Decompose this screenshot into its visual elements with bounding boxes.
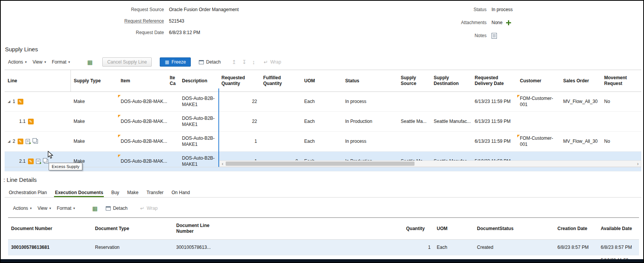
wrap-button[interactable]: Wrap	[140, 206, 157, 211]
scroll-right-icon[interactable]	[635, 161, 641, 167]
tab-buy[interactable]: Buy	[110, 190, 120, 198]
cell-item: DOS-Auto-B2B-MAK...	[118, 152, 169, 172]
cell-sales-order	[560, 112, 601, 132]
export-to-excel-icon[interactable]	[87, 59, 93, 65]
excess-supply-icon[interactable]	[34, 139, 38, 144]
col-sales-order[interactable]: Sales Order	[560, 70, 601, 92]
view-menu[interactable]: View	[38, 206, 51, 211]
cell-supply-destination: Seattle Manufac...	[431, 112, 472, 132]
col-item[interactable]: Item	[118, 70, 169, 92]
col-requested-quantity[interactable]: Requested Quantity	[218, 70, 260, 92]
format-menu[interactable]: Format	[52, 59, 70, 65]
status-value: In process	[492, 7, 513, 12]
request-summary-left: Request Source Oracle Fusion Order Manag…	[47, 6, 239, 41]
cancel-supply-line-button[interactable]: Cancel Supply Line	[102, 57, 152, 67]
move-to-bottom-icon[interactable]	[242, 59, 247, 65]
reorder-icon[interactable]	[252, 59, 255, 65]
view-menu[interactable]: View	[33, 59, 46, 65]
detach-label: Detach	[206, 59, 221, 65]
cell-uom: Each	[301, 132, 342, 152]
detach-button[interactable]: Detach	[106, 206, 128, 211]
col-movement-request[interactable]: Movement Request	[601, 70, 641, 92]
col-line[interactable]: Line	[5, 70, 70, 92]
horizontal-scrollbar[interactable]	[219, 160, 641, 167]
col-supply-destination[interactable]: Supply Destination	[431, 70, 472, 92]
supply-line-row-2[interactable]: 2 Make DOS-Auto-B2B-MAK... DOS-Auto-B2B-…	[5, 132, 641, 152]
cell-item-category	[169, 92, 179, 112]
collapse-toggle-icon[interactable]	[8, 100, 10, 103]
excess-supply-icon[interactable]	[44, 159, 48, 163]
cell-available-date: 6/8/23 8:57 PM	[598, 240, 639, 255]
col-available-date[interactable]: Available Date	[598, 218, 639, 240]
supply-orchestration-window: Request Source Oracle Fusion Order Manag…	[0, 0, 644, 263]
col-document-line-number[interactable]: Document Line Number	[173, 218, 403, 240]
execution-documents-table: Document Number Document Type Document L…	[8, 217, 639, 263]
col-description[interactable]: Description	[179, 70, 218, 92]
mouse-cursor	[48, 151, 53, 159]
col-quantity[interactable]: Quantity	[403, 218, 434, 240]
tab-orchestration-plan[interactable]: Orchestration Plan	[8, 190, 48, 198]
col-document-status[interactable]: DocumentStatus	[474, 218, 554, 240]
scroll-left-icon[interactable]	[220, 161, 226, 167]
tab-make[interactable]: Make	[126, 190, 139, 198]
caret-down-icon	[25, 60, 27, 64]
cell-status: In process	[342, 92, 398, 112]
format-menu-label: Format	[57, 206, 71, 211]
col-creation-date[interactable]: Creation Date	[554, 218, 598, 240]
scrollbar-thumb[interactable]	[226, 162, 415, 166]
export-to-excel-icon[interactable]	[92, 206, 98, 211]
move-to-top-icon[interactable]	[232, 59, 236, 65]
supply-document-icon[interactable]	[26, 139, 30, 144]
supply-line-row-1[interactable]: 1 Make DOS-Auto-B2B-MAK... DOS-Auto-B2B-…	[5, 92, 641, 112]
actions-menu[interactable]: Actions	[8, 59, 27, 65]
cell-document-status: Created	[474, 240, 554, 255]
execution-document-row-1[interactable]: 300100578613681 Reservation 300100578613…	[8, 240, 639, 255]
actions-menu[interactable]: Actions	[13, 206, 32, 211]
cell-fulfilled-quantity	[260, 132, 301, 152]
cell-sales-order: MV_Flow_All_30	[560, 92, 601, 112]
cell-supply-type: Make	[70, 132, 118, 152]
edit-icon[interactable]	[28, 119, 34, 124]
cell-movement-request: No	[601, 92, 641, 112]
notes-icon[interactable]	[492, 33, 497, 39]
cell-supply-source: Seattle Ma...	[398, 112, 431, 132]
format-menu[interactable]: Format	[57, 206, 75, 211]
cell-item: DOS-Auto-B2B-MAK...	[118, 132, 169, 152]
col-supply-type[interactable]: Supply Type	[70, 70, 118, 92]
edit-icon[interactable]	[18, 139, 23, 144]
cell-customer: FOM-Customer-001	[517, 132, 560, 152]
tab-execution-documents[interactable]: Execution Documents	[54, 190, 104, 198]
wrap-icon	[140, 206, 144, 211]
col-fulfilled-quantity[interactable]: Fulfilled Quantity	[260, 70, 301, 92]
cell-status: In Production	[342, 112, 398, 132]
edit-icon[interactable]	[18, 99, 23, 105]
col-uom[interactable]: UOM	[434, 218, 474, 240]
col-item-category[interactable]: Ite Ca	[169, 70, 179, 92]
supply-line-row-1-1[interactable]: 1.1 Make DOS-Auto-B2B-MAK... DOS-Auto-B2…	[5, 112, 641, 132]
tab-transfer[interactable]: Transfer	[146, 190, 164, 198]
freeze-button[interactable]: Freeze	[160, 57, 191, 67]
cell-requested-quantity: 22	[218, 92, 260, 112]
line-number: 2	[13, 139, 15, 145]
col-document-number[interactable]: Document Number	[8, 218, 92, 240]
collapse-toggle-icon[interactable]	[8, 140, 10, 143]
tab-on-hand[interactable]: On Hand	[171, 190, 191, 198]
frozen-columns-divider	[218, 88, 219, 167]
edit-icon[interactable]	[28, 158, 34, 164]
cell-movement-request: No	[601, 132, 641, 152]
actions-menu-label: Actions	[8, 59, 23, 65]
col-supply-source[interactable]: Supply Source	[398, 70, 431, 92]
col-uom[interactable]: UOM	[301, 70, 342, 92]
wrap-button[interactable]: Wrap	[264, 59, 281, 65]
cell-document-number[interactable]: 300100578613681	[8, 240, 92, 255]
detach-button[interactable]: Detach	[199, 59, 221, 65]
supply-document-icon[interactable]	[36, 159, 40, 164]
col-document-type[interactable]: Document Type	[92, 218, 173, 240]
cell-uom: Each	[301, 112, 342, 132]
add-attachment-icon[interactable]	[506, 20, 511, 25]
cell-requested-delivery-date: 6/13/23 11:59 PM	[472, 112, 517, 132]
col-customer[interactable]: Customer	[517, 70, 560, 92]
cell-creation-date: 6/8/23 8:57 PM	[554, 240, 598, 255]
col-status[interactable]: Status	[342, 70, 398, 92]
col-requested-delivery-date[interactable]: Requested Delivery Date	[472, 70, 517, 92]
